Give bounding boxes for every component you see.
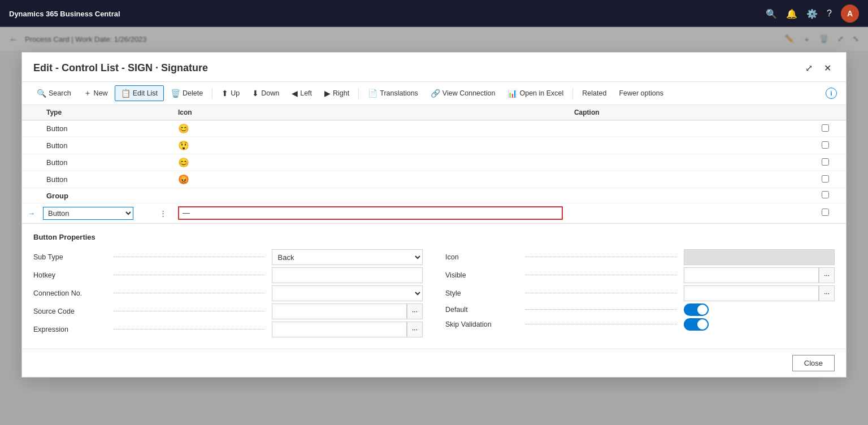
style-row: Style ··· xyxy=(445,285,835,301)
type-select[interactable]: Button Group Field xyxy=(43,207,133,220)
default-label: Default xyxy=(445,306,519,314)
control-list-table: Type Icon Caption Button 😊 xyxy=(22,105,846,224)
view-connection-button[interactable]: 🔗 View Connection xyxy=(425,86,501,101)
app-name: Dynamics 365 Business Central xyxy=(9,10,120,18)
table-row-active[interactable]: → Button Group Field ⋮ xyxy=(22,203,846,223)
up-button[interactable]: ⬆ Up xyxy=(216,86,245,101)
plus-icon: ＋ xyxy=(84,88,92,98)
search-button[interactable]: 🔍 Search xyxy=(31,86,77,101)
row-checkbox[interactable] xyxy=(822,209,829,216)
settings-icon[interactable]: ⚙️ xyxy=(806,8,818,19)
search-toolbar-icon: 🔍 xyxy=(37,89,46,98)
style-input[interactable] xyxy=(684,285,819,301)
view-connection-icon: 🔗 xyxy=(431,89,440,98)
expression-dots-button[interactable]: ··· xyxy=(407,322,423,337)
excel-icon: 📊 xyxy=(507,89,517,98)
up-icon: ⬆ xyxy=(222,89,228,98)
close-dialog-button[interactable]: ✕ xyxy=(821,62,835,75)
delete-button[interactable]: 🗑️ Delete xyxy=(165,86,209,101)
expression-input[interactable] xyxy=(272,322,407,337)
translations-button[interactable]: 📄 Translations xyxy=(362,86,424,101)
left-icon: ◀ xyxy=(292,89,298,98)
col-check xyxy=(816,105,835,120)
skip-validation-row: Skip Validation xyxy=(445,318,835,331)
connection-no-select[interactable] xyxy=(272,285,423,301)
search-icon[interactable]: 🔍 xyxy=(766,8,777,19)
row-checkbox[interactable] xyxy=(822,175,829,183)
expand-dialog-button[interactable]: ⤢ xyxy=(802,62,816,75)
dialog-titlebar: Edit - Control List - SIGN · Signature ⤢… xyxy=(22,53,846,82)
modal-overlay: Edit - Control List - SIGN · Signature ⤢… xyxy=(0,27,868,425)
col-icon: Icon xyxy=(172,105,568,120)
bell-icon[interactable]: 🔔 xyxy=(786,8,797,19)
properties-section: Button Properties Sub Type Back Forward … xyxy=(22,224,846,349)
default-toggle[interactable] xyxy=(684,303,709,316)
table-row[interactable]: Group xyxy=(22,188,846,203)
skip-validation-toggle[interactable] xyxy=(684,318,709,331)
icon-row: Icon xyxy=(445,249,835,265)
delete-toolbar-icon: 🗑️ xyxy=(171,89,180,98)
right-icon: ▶ xyxy=(324,89,331,98)
down-icon: ⬇ xyxy=(252,89,259,98)
hotkey-row: Hotkey xyxy=(33,267,423,283)
edit-list-button[interactable]: 📋 Edit List xyxy=(115,85,164,101)
translations-icon: 📄 xyxy=(368,89,377,98)
dialog: Edit - Control List - SIGN · Signature ⤢… xyxy=(21,52,847,378)
source-code-input[interactable] xyxy=(272,303,407,319)
sub-type-label: Sub Type xyxy=(33,253,107,261)
col-type: Type xyxy=(41,105,154,120)
sub-type-row: Sub Type Back Forward Submit Cancel xyxy=(33,249,423,265)
table-row[interactable]: Button 😊 xyxy=(22,154,846,171)
col-caption: Caption xyxy=(568,105,816,120)
style-label: Style xyxy=(445,289,519,297)
skip-validation-label: Skip Validation xyxy=(445,320,519,328)
visible-row: Visible ··· xyxy=(445,267,835,283)
new-button[interactable]: ＋ New xyxy=(78,85,114,101)
connection-no-row: Connection No. xyxy=(33,285,423,301)
sub-type-select[interactable]: Back Forward Submit Cancel xyxy=(272,249,423,265)
row-checkbox[interactable] xyxy=(822,141,829,149)
table-row[interactable]: Button 😡 xyxy=(22,171,846,188)
open-in-excel-button[interactable]: 📊 Open in Excel xyxy=(502,86,569,101)
visible-input[interactable] xyxy=(684,267,819,283)
row-checkbox[interactable] xyxy=(822,191,829,198)
properties-title: Button Properties xyxy=(33,233,835,241)
close-button[interactable]: Close xyxy=(792,355,835,371)
row-checkbox[interactable] xyxy=(822,124,829,132)
down-button[interactable]: ⬇ Down xyxy=(246,86,285,101)
user-avatar[interactable]: A xyxy=(841,5,859,23)
hotkey-label: Hotkey xyxy=(33,271,107,279)
row-checkbox[interactable] xyxy=(822,158,829,166)
expression-row: Expression ··· xyxy=(33,322,423,337)
icon-label: Icon xyxy=(445,253,519,261)
properties-grid: Sub Type Back Forward Submit Cancel xyxy=(33,249,835,340)
hotkey-input[interactable] xyxy=(272,267,423,283)
style-dots-button[interactable]: ··· xyxy=(819,285,835,301)
toolbar: 🔍 Search ＋ New 📋 Edit List 🗑️ Delete ⬆ U… xyxy=(22,82,846,105)
visible-dots-button[interactable]: ··· xyxy=(819,267,835,283)
table-area: Type Icon Caption Button 😊 xyxy=(22,105,846,224)
source-code-row: Source Code ··· xyxy=(33,303,423,319)
edit-list-icon: 📋 xyxy=(121,89,131,98)
visible-label: Visible xyxy=(445,271,519,279)
icon-preview xyxy=(684,249,835,265)
left-button[interactable]: ◀ Left xyxy=(286,86,318,101)
connection-no-label: Connection No. xyxy=(33,289,107,297)
right-button[interactable]: ▶ Right xyxy=(319,86,355,101)
dialog-title: Edit - Control List - SIGN · Signature xyxy=(33,62,208,74)
help-icon[interactable]: ? xyxy=(827,8,832,19)
fewer-options-button[interactable]: Fewer options xyxy=(613,86,669,100)
source-code-dots-button[interactable]: ··· xyxy=(407,303,423,319)
source-code-label: Source Code xyxy=(33,307,107,315)
dialog-footer: Close xyxy=(22,349,846,377)
info-icon[interactable]: i xyxy=(826,88,837,99)
related-button[interactable]: Related xyxy=(576,86,612,100)
top-bar: Dynamics 365 Business Central 🔍 🔔 ⚙️ ? A xyxy=(0,0,868,27)
table-row[interactable]: Button 😊 xyxy=(22,120,846,137)
default-row: Default xyxy=(445,303,835,316)
table-row[interactable]: Button 😲 xyxy=(22,137,846,154)
expression-label: Expression xyxy=(33,326,107,333)
